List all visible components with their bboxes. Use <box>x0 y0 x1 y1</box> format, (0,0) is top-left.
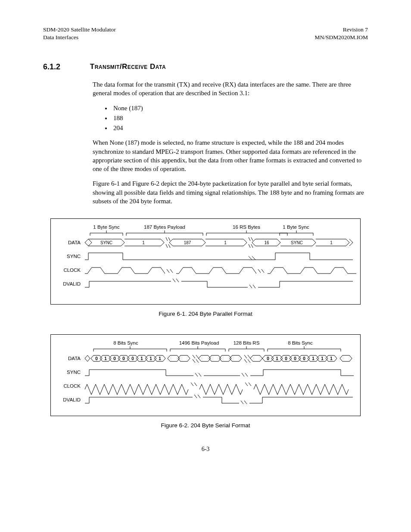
svg-text:0: 0 <box>131 356 134 361</box>
header-left-2: Data Interfaces <box>43 34 116 41</box>
svg-text:1: 1 <box>330 240 333 245</box>
svg-text:CLOCK: CLOCK <box>63 383 81 389</box>
svg-text:16: 16 <box>264 240 269 245</box>
figure-6-1-caption: Figure 6-1. 204 Byte Parallel Format <box>43 311 368 317</box>
section-heading: 6.1.2 Transmit/Receive Data <box>43 62 368 72</box>
svg-text:SYNC: SYNC <box>67 254 81 259</box>
svg-text:1: 1 <box>142 240 145 245</box>
svg-text:1: 1 <box>140 356 143 361</box>
svg-text:1: 1 <box>224 240 227 245</box>
list-item: 188 <box>112 114 368 122</box>
svg-text:0: 0 <box>285 356 287 361</box>
figure-6-2: 8 Bits Sync 1496 Bits Payload 128 Bits R… <box>50 334 361 416</box>
figure-6-1: 1 Byte Sync 187 Bytes Payload 16 RS Byte… <box>50 218 361 305</box>
section-number: 6.1.2 <box>43 62 88 72</box>
svg-text:0: 0 <box>294 356 296 361</box>
svg-text:0: 0 <box>113 356 116 361</box>
svg-text:1: 1 <box>159 356 161 361</box>
section-title: Transmit/Receive Data <box>90 62 166 71</box>
svg-text:1: 1 <box>312 356 314 361</box>
svg-text:DVALID: DVALID <box>63 397 81 402</box>
svg-text:1496 Bits Payload: 1496 Bits Payload <box>179 340 219 345</box>
list-item: None (187) <box>112 104 368 112</box>
svg-text:1: 1 <box>276 356 278 361</box>
header-left-1: SDM-2020 Satellite Modulator <box>43 26 116 34</box>
svg-text:DVALID: DVALID <box>63 281 81 286</box>
svg-text:1: 1 <box>330 356 333 361</box>
svg-text:187 Bytes Payload: 187 Bytes Payload <box>144 224 185 230</box>
page-header: SDM-2020 Satellite Modulator Data Interf… <box>43 26 368 41</box>
paragraph-1: The data format for the transmit (TX) an… <box>93 80 368 98</box>
svg-text:SYNC: SYNC <box>67 370 81 375</box>
svg-text:CLOCK: CLOCK <box>63 268 81 273</box>
svg-text:0: 0 <box>303 356 305 361</box>
svg-rect-0 <box>51 219 361 305</box>
figure-6-2-caption: Figure 6-2. 204 Byte Serial Format <box>43 422 368 429</box>
paragraph-2: When None (187) mode is selected, no fra… <box>93 138 368 173</box>
mode-list: None (187) 188 204 <box>93 104 368 133</box>
svg-text:DATA: DATA <box>68 356 81 361</box>
svg-text:8 Bits Sync: 8 Bits Sync <box>288 340 313 345</box>
svg-text:1: 1 <box>149 356 152 361</box>
header-right-1: Revision 7 <box>315 26 368 34</box>
body-text: The data format for the transmit (TX) an… <box>93 80 368 205</box>
svg-text:0: 0 <box>267 356 269 361</box>
svg-text:0: 0 <box>95 356 98 361</box>
svg-text:8 Bits Sync: 8 Bits Sync <box>113 340 138 345</box>
svg-text:1 Byte Sync: 1 Byte Sync <box>283 224 309 230</box>
header-right-2: MN/SDM2020M.IOM <box>315 34 368 41</box>
svg-text:187: 187 <box>184 240 191 245</box>
svg-text:1: 1 <box>321 356 324 361</box>
paragraph-3: Figure 6-1 and Figure 6-2 depict the 204… <box>93 179 368 205</box>
svg-text:16 RS Bytes: 16 RS Bytes <box>233 224 260 230</box>
svg-text:SYNC: SYNC <box>291 240 303 245</box>
svg-text:SYNC: SYNC <box>100 240 112 245</box>
svg-text:0: 0 <box>122 356 125 361</box>
page-number: 6-3 <box>43 446 368 453</box>
svg-text:1: 1 <box>104 356 107 361</box>
svg-text:128 Bits RS: 128 Bits RS <box>234 340 260 345</box>
svg-rect-40 <box>51 335 361 416</box>
svg-text:1 Byte Sync: 1 Byte Sync <box>93 224 120 230</box>
svg-text:DATA: DATA <box>68 240 81 245</box>
list-item: 204 <box>112 124 368 132</box>
